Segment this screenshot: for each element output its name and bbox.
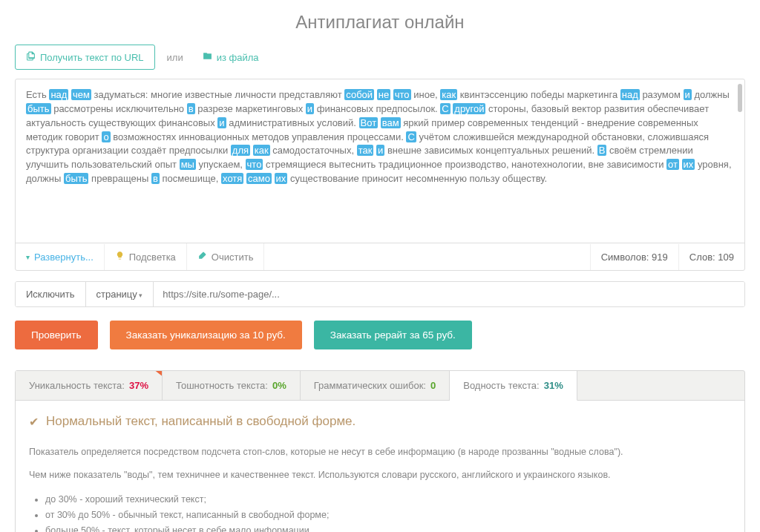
highlight-word: так [357, 145, 374, 156]
page-title: Антиплагиат онлайн [15, 12, 745, 33]
eraser-icon [197, 251, 207, 263]
highlight-word: их [275, 173, 288, 184]
result-body: ✔ Нормальный текст, написанный в свободн… [16, 401, 744, 532]
editor-text: внешне зависимых концептуальных решений. [387, 145, 597, 156]
grammar-value: 0 [430, 380, 436, 391]
highlight-word: собой [344, 89, 374, 100]
highlight-word: над [620, 89, 640, 100]
clear-label: Очистить [212, 252, 254, 263]
expand-button[interactable]: ▾ Развернуть... [16, 244, 105, 270]
exclude-row: Исключить страницу [15, 281, 745, 307]
highlight-word: быть [64, 173, 89, 184]
text-editor[interactable]: Есть над чем задуматься: многие известны… [16, 79, 744, 243]
expand-label: Развернуть... [34, 252, 94, 263]
highlight-word: о [102, 131, 110, 142]
check-button[interactable]: Проверить [15, 321, 98, 349]
uniqueness-value: 37% [129, 380, 148, 391]
bulb-icon [115, 251, 125, 263]
get-text-by-url-button[interactable]: Получить текст по URL [15, 45, 155, 70]
check-icon: ✔ [29, 415, 39, 429]
highlight-word: и [217, 117, 226, 128]
editor-text: самодостаточных, [272, 145, 356, 156]
editor-frame: Есть над чем задуматься: многие известны… [15, 79, 745, 271]
chars-label: Символов: [601, 252, 649, 263]
order-rewrite-button[interactable]: Заказать рерайт за 65 руб. [314, 321, 472, 349]
clear-button[interactable]: Очистить [187, 243, 265, 270]
editor-text: стремящиеся вытеснить традиционное произ… [266, 159, 666, 170]
highlight-word: в [151, 173, 160, 184]
result-tabs: Уникальность текста: 37% Повысить Тошнот… [16, 371, 744, 401]
bullet-item: от 30% до 50% - обычный текст, написанны… [45, 508, 731, 523]
editor-text: финансовых предпосылок. [317, 103, 441, 114]
highlight-word: С [440, 103, 450, 114]
editor-text: разумом [642, 89, 683, 100]
get-text-by-url-label: Получить текст по URL [40, 52, 144, 63]
or-label: или [163, 46, 188, 69]
chars-stat: Символов: 919 [590, 244, 678, 270]
action-row: Проверить Заказать уникализацию за 10 ру… [15, 321, 745, 349]
highlight-word: и [306, 103, 314, 114]
tab-uniqueness[interactable]: Уникальность текста: 37% Повысить [16, 371, 163, 400]
highlight-word: само [246, 173, 272, 184]
grammar-label: Грамматических ошибок: [314, 380, 426, 391]
order-unique-button[interactable]: Заказать уникализацию за 10 руб. [110, 321, 302, 349]
words-value: 109 [718, 252, 734, 263]
from-file-label: из файла [217, 52, 259, 63]
chevron-down-icon: ▾ [26, 253, 30, 261]
highlight-word: В [597, 145, 607, 156]
paste-icon [26, 51, 36, 63]
highlight-word: другой [453, 103, 485, 114]
highlight-word: чем [71, 89, 91, 100]
editor-text: превращены [91, 173, 151, 184]
bullet-item: до 30% - хороший технический текст; [45, 492, 731, 508]
editor-text: посмешище, [162, 173, 221, 184]
editor-text: разрезе маркетинговых [197, 103, 306, 114]
highlight-word: как [440, 89, 457, 100]
boost-ribbon[interactable]: Повысить [120, 371, 163, 379]
highlight-word: не [377, 89, 390, 100]
result-desc-1: Показатель определяется посредством подс… [29, 445, 731, 459]
result-heading-text: Нормальный текст, написанный в свободной… [46, 414, 356, 429]
chars-value: 919 [652, 252, 668, 263]
highlight-label: Подсветка [129, 252, 176, 263]
highlight-word: мы [180, 159, 196, 170]
bullet-item: больше 50% - текст, который несет в себе… [45, 523, 731, 532]
scrollbar-thumb[interactable] [738, 84, 742, 112]
words-label: Слов: [689, 252, 715, 263]
tab-grammar[interactable]: Грамматических ошибок: 0 [301, 371, 451, 400]
highlight-word: от [666, 159, 679, 170]
editor-text: упускаем, [199, 159, 246, 170]
result-bullets: до 30% - хороший технический текст; от 3… [29, 492, 731, 532]
from-file-button[interactable]: из файла [195, 45, 266, 69]
source-row: Получить текст по URL или из файла [15, 45, 745, 70]
tab-nausea[interactable]: Тошнотность текста: 0% [163, 371, 301, 400]
editor-text: квинтэссенцию победы маркетинга [460, 89, 620, 100]
words-stat: Слов: 109 [678, 244, 744, 270]
highlight-word: Вот [359, 117, 379, 128]
uniqueness-label: Уникальность текста: [29, 380, 125, 391]
highlight-word: и [684, 89, 692, 100]
highlight-word: как [253, 145, 270, 156]
result-heading: ✔ Нормальный текст, написанный в свободн… [29, 414, 731, 429]
exclude-type-dropdown[interactable]: страницу [86, 282, 154, 306]
highlight-word: что [246, 159, 263, 170]
editor-toolbar: ▾ Развернуть... Подсветка Очистить Симво… [16, 243, 744, 270]
highlight-word: для [231, 145, 250, 156]
water-value: 31% [544, 380, 563, 391]
exclude-url-input[interactable] [154, 282, 744, 306]
editor-text: задуматься: многие известные личности пр… [94, 89, 345, 100]
highlight-word: и [376, 145, 384, 156]
editor-text: Есть [26, 89, 47, 100]
highlight-word: над [49, 89, 68, 100]
highlight-word: вам [381, 117, 401, 128]
highlight-word: быть [26, 103, 51, 114]
highlight-word: хотя [221, 173, 243, 184]
result-desc-2: Чем ниже показатель "воды", тем техничне… [29, 468, 731, 482]
editor-text: должны [694, 89, 729, 100]
highlight-word: что [393, 89, 411, 100]
results-panel: Уникальность текста: 37% Повысить Тошнот… [15, 370, 745, 532]
nausea-label: Тошнотность текста: [176, 380, 268, 391]
tab-water[interactable]: Водность текста: 31% [450, 371, 577, 401]
nausea-value: 0% [272, 380, 286, 391]
highlight-button[interactable]: Подсветка [105, 243, 187, 270]
